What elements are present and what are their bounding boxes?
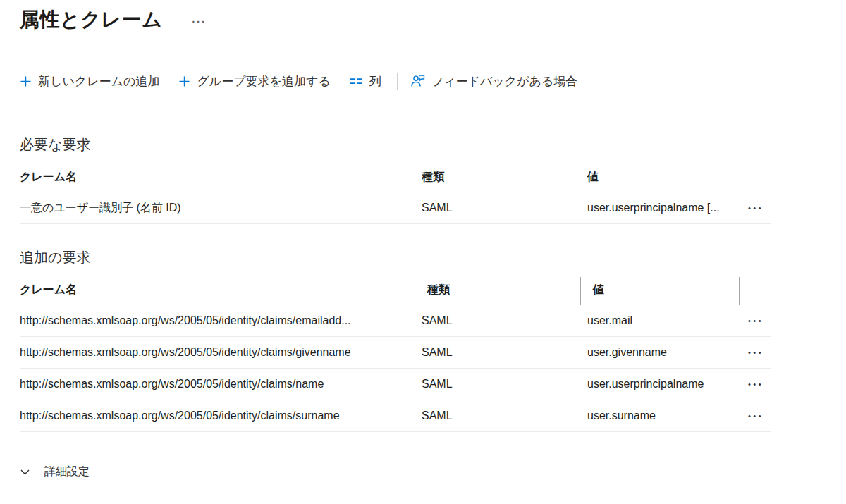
claim-type-cell: SAML	[422, 202, 587, 214]
claim-type-cell: SAML	[422, 314, 587, 327]
feedback-icon	[410, 74, 425, 88]
page-title: 属性とクレーム	[20, 6, 162, 33]
claim-value-cell: user.mail	[587, 314, 739, 327]
claim-name-cell: http://schemas.xmlsoap.org/ws/2005/05/id…	[20, 378, 422, 391]
column-resize-handle[interactable]	[739, 277, 740, 305]
column-resize-handle[interactable]	[424, 277, 424, 305]
row-more-icon[interactable]: •••	[739, 204, 771, 212]
section-heading: 必要な要求	[20, 135, 846, 154]
advanced-settings-toggle[interactable]: 詳細設定	[20, 465, 90, 479]
column-header-value[interactable]: 値	[587, 170, 739, 185]
claim-table-row[interactable]: http://schemas.xmlsoap.org/ws/2005/05/id…	[20, 369, 771, 400]
feedback-label: フィードバックがある場合	[431, 73, 578, 90]
section-heading: 追加の要求	[20, 248, 846, 267]
table-body: 一意のユーザー識別子 (名前 ID)SAMLuser.userprincipal…	[20, 192, 771, 224]
claim-type-cell: SAML	[422, 378, 587, 391]
command-bar-rule	[20, 104, 846, 104]
table-body: http://schemas.xmlsoap.org/ws/2005/05/id…	[20, 305, 771, 432]
required-claims-table: クレーム名 種類 値 一意のユーザー識別子 (名前 ID)SAMLuser.us…	[20, 163, 771, 224]
column-resize-handle[interactable]	[415, 277, 415, 305]
columns-button[interactable]: 列	[350, 73, 381, 90]
columns-label: 列	[369, 73, 381, 90]
feedback-button[interactable]: フィードバックがある場合	[410, 73, 578, 90]
toolbar-divider	[397, 73, 398, 90]
plus-icon	[20, 75, 32, 87]
column-header-value[interactable]: 値	[587, 283, 739, 297]
add-claim-button[interactable]: 新しいクレームの追加	[20, 73, 159, 90]
claim-name-cell: 一意のユーザー識別子 (名前 ID)	[20, 201, 422, 216]
claim-value-cell: user.userprincipalname [...	[587, 202, 739, 214]
column-header-claim-name[interactable]: クレーム名	[20, 170, 422, 185]
table-header-row: クレーム名 種類 値	[20, 276, 771, 305]
command-bar: 新しいクレームの追加 グループ要求を追加する 列 フィードバックがある場合	[20, 67, 846, 95]
claim-table-row[interactable]: http://schemas.xmlsoap.org/ws/2005/05/id…	[20, 305, 771, 337]
page-header: 属性とクレーム ···	[20, 6, 846, 34]
attributes-claims-page: 属性とクレーム ··· 新しいクレームの追加 グループ要求を追加する 列	[0, 0, 846, 479]
claim-type-cell: SAML	[422, 346, 587, 359]
columns-icon	[350, 76, 363, 87]
claim-type-cell: SAML	[422, 410, 587, 422]
claim-table-row[interactable]: http://schemas.xmlsoap.org/ws/2005/05/id…	[20, 337, 771, 369]
plus-icon	[178, 75, 190, 87]
required-claims-section: 必要な要求 クレーム名 種類 値 一意のユーザー識別子 (名前 ID)SAMLu…	[20, 135, 846, 224]
advanced-settings-label: 詳細設定	[44, 465, 90, 479]
chevron-down-icon	[20, 468, 30, 477]
row-more-icon[interactable]: •••	[739, 412, 771, 420]
add-group-claim-label: グループ要求を追加する	[197, 73, 330, 90]
additional-claims-table: クレーム名 種類 値 http://schemas.xmlsoap.org/ws…	[20, 276, 771, 432]
row-more-icon[interactable]: •••	[739, 380, 771, 388]
table-header-row: クレーム名 種類 値	[20, 163, 771, 192]
add-claim-label: 新しいクレームの追加	[38, 73, 159, 90]
column-header-type[interactable]: 種類	[422, 170, 587, 185]
row-more-icon[interactable]: •••	[739, 316, 771, 325]
claim-name-cell: http://schemas.xmlsoap.org/ws/2005/05/id…	[20, 346, 422, 359]
claim-table-row[interactable]: http://schemas.xmlsoap.org/ws/2005/05/id…	[20, 400, 771, 432]
claim-value-cell: user.givenname	[587, 346, 739, 359]
row-more-icon[interactable]: •••	[739, 348, 771, 357]
column-header-type[interactable]: 種類	[422, 283, 587, 297]
column-resize-handle[interactable]	[580, 277, 581, 305]
claim-name-cell: http://schemas.xmlsoap.org/ws/2005/05/id…	[20, 410, 422, 422]
column-header-claim-name[interactable]: クレーム名	[20, 283, 422, 297]
add-group-claim-button[interactable]: グループ要求を追加する	[178, 73, 330, 90]
claim-value-cell: user.userprincipalname	[587, 378, 739, 391]
claim-value-cell: user.surname	[587, 410, 739, 422]
claim-table-row[interactable]: 一意のユーザー識別子 (名前 ID)SAMLuser.userprincipal…	[20, 192, 771, 224]
additional-claims-section: 追加の要求 クレーム名 種類 値 http://schemas.xmlsoap.…	[20, 248, 846, 432]
page-more-icon[interactable]: ···	[192, 13, 207, 27]
claim-name-cell: http://schemas.xmlsoap.org/ws/2005/05/id…	[20, 314, 422, 327]
